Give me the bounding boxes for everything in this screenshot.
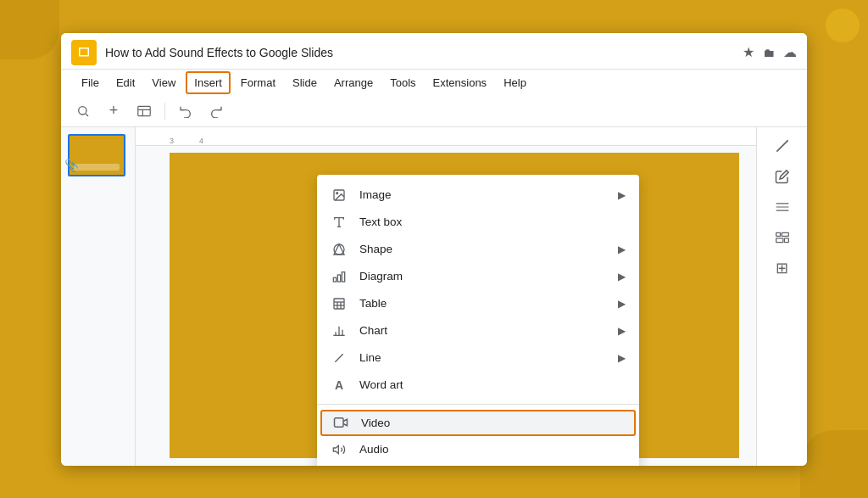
diagram-label: Diagram [359, 270, 606, 283]
undo-button[interactable] [174, 99, 198, 123]
menu-edit[interactable]: Edit [109, 73, 142, 92]
right-toolbar: ⊞ [756, 127, 807, 466]
menu-format[interactable]: Format [234, 73, 282, 92]
app-icon [71, 40, 97, 65]
audio-icon [331, 443, 348, 456]
video-icon [332, 417, 349, 428]
search-button[interactable] [71, 99, 95, 123]
menu-item-diagram[interactable]: Diagram ▶ [317, 263, 639, 290]
svg-point-2 [79, 106, 86, 114]
menu-arrange[interactable]: Arrange [327, 73, 380, 92]
insert-dropdown-menu: Image ▶ Text box [317, 175, 639, 466]
wordart-icon: A [331, 378, 348, 392]
layout-button[interactable] [132, 99, 156, 123]
add-button[interactable]: + [102, 99, 125, 123]
slide-thumbnail-container[interactable]: 1 📎 [68, 134, 125, 176]
image-arrow: ▶ [618, 189, 626, 201]
wordart-label: Word art [359, 378, 626, 391]
menu-tools[interactable]: Tools [383, 73, 422, 92]
decorative-corner-br [800, 430, 868, 498]
toolbar: + [61, 96, 807, 127]
svg-rect-13 [776, 238, 782, 242]
video-label: Video [361, 417, 624, 429]
line-tool-button[interactable] [769, 134, 796, 158]
ruler-top: 3 4 [136, 127, 756, 146]
menu-item-textbox[interactable]: Text box [317, 209, 639, 236]
diagram-icon [331, 270, 348, 283]
svg-rect-33 [335, 418, 344, 428]
menu-view[interactable]: View [145, 73, 182, 92]
attach-icon: 📎 [64, 159, 79, 172]
svg-point-16 [337, 192, 338, 193]
audio-label: Audio [359, 443, 626, 456]
line-label: Line [359, 351, 606, 364]
toolbar-divider-1 [164, 103, 165, 120]
shape-label: Shape [359, 243, 606, 255]
menu-extensions[interactable]: Extensions [426, 73, 494, 92]
svg-line-3 [86, 114, 88, 116]
shape-arrow: ▶ [618, 243, 626, 255]
image-icon [331, 188, 348, 202]
svg-rect-1 [81, 48, 88, 55]
drive-icon[interactable]: 🖿 [763, 46, 775, 59]
redo-button[interactable] [204, 99, 228, 123]
menu-item-line[interactable]: Line ▶ [317, 344, 639, 372]
outer-background: How to Add Sound Effects to Google Slide… [0, 0, 868, 498]
decorative-corner-tl [0, 0, 59, 59]
svg-rect-4 [138, 106, 150, 115]
decorative-corner-tr [826, 8, 860, 42]
chart-label: Chart [359, 324, 606, 337]
line-arrow: ▶ [618, 352, 626, 364]
app-window: How to Add Sound Effects to Google Slide… [61, 33, 807, 466]
menu-item-wordart[interactable]: A Word art [317, 372, 639, 399]
svg-line-32 [335, 354, 342, 361]
slide-panel: 1 📎 [61, 127, 136, 466]
menu-file[interactable]: File [75, 73, 106, 92]
chart-arrow: ▶ [618, 325, 626, 337]
menu-item-audio[interactable]: Audio [317, 436, 639, 463]
menu-divider [317, 404, 639, 405]
menu-item-table[interactable]: Table ▶ [317, 290, 639, 317]
shape-icon [331, 243, 348, 256]
chart-icon [331, 324, 348, 338]
pencil-button[interactable] [769, 165, 796, 188]
table-icon [331, 297, 348, 311]
diagram-arrow: ▶ [618, 271, 626, 283]
content-area: 1 📎 3 4 [61, 127, 807, 466]
svg-rect-11 [776, 232, 780, 236]
menu-item-shape[interactable]: Shape ▶ [317, 236, 639, 263]
menubar: File Edit View Insert Format Slide Arran… [61, 70, 807, 96]
table-label: Table [359, 297, 606, 310]
menu-insert[interactable]: Insert [186, 71, 231, 94]
titlebar: How to Add Sound Effects to Google Slide… [61, 33, 807, 70]
svg-rect-21 [337, 275, 340, 282]
menu-item-chart[interactable]: Chart ▶ [317, 317, 639, 344]
menu-item-image[interactable]: Image ▶ [317, 182, 639, 209]
svg-rect-14 [784, 238, 788, 242]
ruler-tick-2: 3 [170, 137, 174, 145]
align-button[interactable] [769, 195, 796, 219]
svg-rect-20 [333, 277, 336, 282]
svg-line-7 [776, 140, 787, 151]
table-arrow: ▶ [618, 298, 626, 310]
ruler-tick-3: 4 [199, 137, 203, 145]
svg-rect-12 [782, 232, 788, 236]
svg-rect-23 [334, 299, 344, 309]
line-icon [331, 351, 348, 365]
textbox-label: Text box [359, 215, 626, 228]
svg-marker-34 [333, 445, 338, 453]
cloud-icon[interactable]: ☁ [783, 44, 797, 60]
title-icons: ★ 🖿 ☁ [743, 44, 797, 60]
menu-item-video[interactable]: Video [320, 410, 636, 436]
add-element-button[interactable]: ⊞ [769, 256, 796, 280]
image-label: Image [359, 188, 606, 201]
menu-help[interactable]: Help [497, 73, 533, 92]
textbox-icon [331, 215, 348, 229]
star-icon[interactable]: ★ [743, 44, 754, 60]
svg-rect-22 [342, 271, 344, 281]
document-title: How to Add Sound Effects to Google Slide… [105, 46, 743, 59]
menu-slide[interactable]: Slide [286, 73, 324, 92]
grid-button[interactable] [769, 226, 796, 249]
